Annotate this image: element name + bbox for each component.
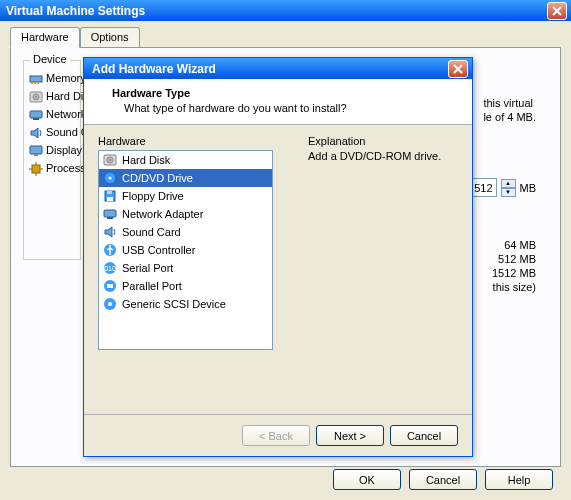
explanation-column: Explanation Add a DVD/CD-ROM drive. [308, 135, 468, 162]
tab-hardware[interactable]: Hardware [10, 27, 80, 48]
svg-rect-2 [34, 82, 36, 84]
hardware-item-label: Serial Port [122, 262, 173, 274]
floppy-icon [102, 188, 118, 204]
wizard-columns: Hardware Hard DiskCD/DVD DriveFloppy Dri… [98, 135, 458, 350]
device-label: Memory [46, 72, 86, 84]
parallel-icon [102, 278, 118, 294]
processor-icon [28, 161, 42, 175]
help-button[interactable]: Help [485, 469, 553, 490]
wizard-close-button[interactable] [448, 60, 468, 78]
hardware-item[interactable]: Floppy Drive [99, 187, 272, 205]
wizard-dialog: Add Hardware Wizard Hardware Type What t… [83, 57, 473, 457]
info-line: this virtual [483, 96, 536, 110]
network-icon [28, 107, 42, 121]
hardware-item-label: USB Controller [122, 244, 195, 256]
wizard-title-bar: Add Hardware Wizard [84, 58, 472, 79]
hardware-item[interactable]: 010Serial Port [99, 259, 272, 277]
main-title-bar: Virtual Machine Settings [0, 0, 571, 21]
device-item[interactable]: Display [24, 141, 80, 159]
hardware-item-label: Sound Card [122, 226, 181, 238]
spinner-up[interactable]: ▲ [501, 179, 516, 188]
hardware-item-label: Parallel Port [122, 280, 182, 292]
hardware-item[interactable]: Generic SCSI Device [99, 295, 272, 313]
hardware-item-label: Network Adapter [122, 208, 203, 220]
device-item[interactable]: Processor [24, 159, 80, 177]
next-button[interactable]: Next > [316, 425, 384, 446]
svg-point-6 [35, 96, 37, 98]
mem-stat-line: this size) [492, 280, 536, 294]
svg-rect-24 [104, 210, 116, 217]
svg-point-32 [108, 302, 112, 306]
svg-rect-22 [107, 191, 112, 194]
hardware-item-label: Hard Disk [122, 154, 170, 166]
hardware-item[interactable]: Parallel Port [99, 277, 272, 295]
hardware-item[interactable]: Network Adapter [99, 205, 272, 223]
device-item[interactable]: Network A [24, 105, 80, 123]
svg-rect-0 [30, 76, 42, 82]
spinner-down[interactable]: ▼ [501, 188, 516, 197]
back-button[interactable]: < Back [242, 425, 310, 446]
device-item[interactable]: Sound Ca [24, 123, 80, 141]
device-list: MemoryHard DiskNetwork ASound CaDisplayP… [24, 69, 80, 177]
cd-icon [102, 170, 118, 186]
hardware-item-label: Floppy Drive [122, 190, 184, 202]
info-line: le of 4 MB. [483, 110, 536, 124]
mem-stat-line: 64 MB [492, 238, 536, 252]
tab-options[interactable]: Options [80, 27, 140, 47]
wizard-button-row: < Back Next > Cancel [84, 414, 472, 446]
tab-row: Hardware Options [10, 27, 561, 47]
mem-stat-line: 512 MB [492, 252, 536, 266]
main-button-row: OK Cancel Help [333, 469, 553, 490]
svg-point-18 [109, 159, 111, 161]
scsi-icon [102, 296, 118, 312]
svg-rect-1 [31, 82, 33, 84]
device-group: Device MemoryHard DiskNetwork ASound CaD… [23, 60, 81, 260]
wizard-body: Hardware Hard DiskCD/DVD DriveFloppy Dri… [84, 125, 472, 360]
wizard-header: Hardware Type What type of hardware do y… [84, 79, 472, 125]
hardware-item[interactable]: Sound Card [99, 223, 272, 241]
harddisk-icon [102, 152, 118, 168]
harddisk-icon [28, 89, 42, 103]
svg-rect-10 [34, 154, 38, 156]
svg-point-20 [109, 177, 112, 180]
sound-icon [102, 224, 118, 240]
memory-icon [28, 71, 42, 85]
svg-rect-23 [107, 197, 113, 201]
memory-info-text: this virtual le of 4 MB. [483, 96, 536, 124]
device-item[interactable]: Hard Disk [24, 87, 80, 105]
wizard-header-title: Hardware Type [112, 87, 458, 99]
svg-rect-8 [33, 118, 39, 120]
usb-icon [102, 242, 118, 258]
memory-stats: 64 MB 512 MB 1512 MB this size) [492, 238, 536, 294]
cancel-button[interactable]: Cancel [409, 469, 477, 490]
device-item[interactable]: Memory [24, 69, 80, 87]
hardware-list[interactable]: Hard DiskCD/DVD DriveFloppy DriveNetwork… [98, 150, 273, 350]
explanation-text: Add a DVD/CD-ROM drive. [308, 150, 468, 162]
device-label: Display [46, 144, 82, 156]
hardware-item-label: CD/DVD Drive [122, 172, 193, 184]
svg-rect-11 [32, 165, 40, 173]
device-group-label: Device [30, 53, 70, 65]
hardware-item[interactable]: Hard Disk [99, 151, 272, 169]
main-close-button[interactable] [547, 2, 567, 20]
hardware-item[interactable]: USB Controller [99, 241, 272, 259]
svg-rect-25 [107, 217, 113, 219]
main-window-title: Virtual Machine Settings [4, 4, 547, 18]
mem-stat-line: 1512 MB [492, 266, 536, 280]
svg-rect-3 [37, 82, 39, 84]
close-icon [552, 6, 562, 16]
svg-text:010: 010 [104, 265, 116, 272]
svg-rect-30 [107, 284, 113, 288]
sound-icon [28, 125, 42, 139]
close-icon [453, 64, 463, 74]
main-window: Virtual Machine Settings Hardware Option… [0, 0, 571, 500]
wizard-title: Add Hardware Wizard [88, 62, 448, 76]
hardware-column: Hardware Hard DiskCD/DVD DriveFloppy Dri… [98, 135, 458, 350]
svg-rect-9 [30, 146, 42, 154]
cancel-button[interactable]: Cancel [390, 425, 458, 446]
ok-button[interactable]: OK [333, 469, 401, 490]
serial-icon: 010 [102, 260, 118, 276]
spinner-buttons: ▲ ▼ [501, 179, 516, 197]
hardware-item-label: Generic SCSI Device [122, 298, 226, 310]
hardware-item[interactable]: CD/DVD Drive [99, 169, 272, 187]
